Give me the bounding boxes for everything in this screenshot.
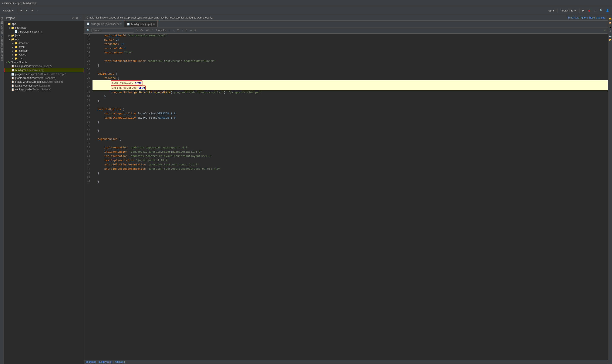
tree-item-gradle-wrapper[interactable]: 📋 gradle-wrapper.properties (Gradle Vers…	[4, 80, 84, 84]
panel-sync-btn[interactable]: ⟳	[71, 16, 74, 20]
run-btn[interactable]: ▶	[581, 8, 586, 13]
panel-title: Project	[6, 17, 15, 20]
line-num-21: 21	[84, 80, 92, 85]
tab-close-1[interactable]: ✕	[120, 23, 122, 25]
breadcrumb-bar: android{} › buildTypes{} › release{}	[84, 360, 608, 364]
panel-minus-btn[interactable]: −	[79, 16, 82, 20]
toolbar-sep-3	[579, 9, 579, 13]
search-layout-btn[interactable]: ≡	[189, 28, 193, 32]
tab-build-gradle-exercise02[interactable]: 📄 build.gradle (exercise02) ✕	[84, 21, 124, 27]
search-btn[interactable]: 🔍	[599, 8, 604, 13]
sync-now-link[interactable]: Sync Now	[568, 16, 579, 19]
emulator-icon[interactable]: 💻	[608, 33, 612, 37]
search-find-all-btn[interactable]: ☐	[176, 28, 180, 32]
tree-label-suffix-proguard: (ProGuard Rules for ':app')	[36, 73, 66, 76]
tree-arrow: ▶	[12, 57, 14, 60]
device-manager-icon[interactable]: 📱	[608, 25, 612, 29]
tree-label-gradle-properties: gradle.properties	[15, 77, 34, 79]
tree-item-drawable[interactable]: ▶ 📁 drawable	[4, 41, 84, 45]
toolbar: Android ▼ ⟳ ⊟ ⚙ − app ▼ Pixel API 31 ▼ ▶…	[0, 6, 612, 15]
tree-item-gradle-properties[interactable]: 📋 gradle.properties (Project Properties)	[4, 76, 84, 80]
line-content-35	[97, 141, 608, 146]
user-btn[interactable]: 👤	[605, 8, 610, 13]
search-refresh-btn[interactable]: ⟳	[135, 28, 139, 32]
search-prev-btn[interactable]: ↑	[168, 28, 171, 32]
tree-item-androidmanifest[interactable]: 📄 AndroidManifest.xml	[4, 30, 84, 34]
tree-item-gradle-scripts[interactable]: ▼ ⚙ Gradle Scripts	[4, 60, 84, 64]
tree-item-layout[interactable]: ▶ 📁 layout	[4, 45, 84, 49]
file-tree: ▼ 📁 app ▼ 📁 manifests 📄 AndroidManifest.…	[4, 21, 84, 364]
tree-item-values[interactable]: ▶ 📁 values	[4, 53, 84, 57]
tree-item-settings-gradle[interactable]: 📋 settings.gradle (Project Settings)	[4, 88, 84, 91]
code-line-14: 14 versionName "1.0"	[84, 51, 608, 55]
tree-item-res[interactable]: ▼ 📁 res	[4, 38, 84, 41]
tree-item-local-properties[interactable]: 📋 local.properties (SDK Location)	[4, 84, 84, 88]
search-regex-btn[interactable]: .*	[150, 28, 154, 32]
device-dropdown[interactable]: Pixel API 31 ▼	[560, 9, 578, 13]
code-editor[interactable]: 10 applicationId "com.example.exercise02…	[84, 34, 608, 360]
tree-label-drawable: drawable	[18, 42, 29, 45]
search-replace-btn[interactable]: ↕	[181, 28, 184, 32]
tree-item-manifests[interactable]: ▼ 📁 manifests	[4, 26, 84, 30]
search-next-btn[interactable]: ↓	[172, 28, 175, 32]
more-actions-btn[interactable]: ⋯	[593, 8, 598, 13]
tree-arrow: ▼	[5, 23, 8, 25]
device-file-explorer-icon[interactable]: 📂	[608, 38, 612, 41]
tree-label-settings-gradle: settings.gradle	[15, 88, 32, 91]
line-num-11: 11	[84, 38, 92, 42]
project-sidebar-icon[interactable]: Project	[0, 17, 4, 25]
tab-build-gradle-app[interactable]: 📄 build.gradle (:app) ✕	[124, 21, 157, 27]
search-word-btn[interactable]: W	[145, 28, 149, 32]
editor-area: Gradle files have changed since last pro…	[84, 15, 608, 364]
line-num-12: 12	[84, 42, 92, 46]
device-dropdown-icon: ▼	[574, 9, 576, 12]
notifications-icon[interactable]: 🔔	[608, 17, 612, 20]
line-gutter-16	[92, 59, 97, 63]
code-line-41: 41 androidTestImplementation 'androidx.t…	[84, 167, 608, 171]
code-line-24: 24 }	[84, 95, 608, 99]
tree-item-build-gradle-app[interactable]: 📋 build.gradle (Module :app)	[4, 68, 84, 72]
minus-btn[interactable]: −	[35, 9, 39, 13]
line-gutter-13	[92, 46, 97, 51]
gradle-file-icon: 📋	[11, 69, 14, 72]
app-dropdown[interactable]: app ▼	[547, 9, 556, 13]
collapse-all-btn[interactable]: ⊟	[24, 8, 29, 13]
tree-item-mipmap[interactable]: ▶ 📁 mipmap	[4, 49, 84, 53]
line-content-21: minifyEnabled true	[97, 80, 608, 85]
gradle-panel-icon[interactable]: ⚙	[608, 29, 612, 33]
gradle-file-icon: 📋	[11, 65, 14, 68]
search-icon-btn[interactable]: 🔍	[86, 28, 91, 32]
panel-header: Project ⟳ ⚙ −	[4, 15, 84, 21]
tree-item-build-gradle-project[interactable]: 📋 build.gradle (Project: exercise02)	[4, 64, 84, 68]
ignore-changes-link[interactable]: Ignore these changes	[581, 16, 605, 19]
panel-icons: ⟳ ⚙ −	[71, 16, 82, 20]
build-variants-sidebar-icon[interactable]: Build Variants	[0, 48, 4, 62]
search-replace-all-btn[interactable]: ⇅	[184, 28, 188, 32]
tree-arrow: ▶	[9, 34, 11, 37]
tree-item-java[interactable]: ▶ 📁 java	[4, 34, 84, 38]
tree-item-app[interactable]: ▼ 📁 app	[4, 22, 84, 26]
breadcrumb-android[interactable]: android{}	[86, 360, 96, 363]
structure-sidebar-icon[interactable]: Structure	[0, 25, 4, 35]
tree-item-proguard[interactable]: 📄 proguard-rules.pro (ProGuard Rules for…	[4, 72, 84, 76]
breadcrumb-release[interactable]: release{}	[115, 360, 125, 363]
breadcrumb-buildtypes[interactable]: buildTypes{}	[98, 360, 112, 363]
panel-gear-btn[interactable]: ⚙	[75, 16, 79, 20]
tab-close-2[interactable]: ✕	[153, 23, 155, 25]
search-input[interactable]	[91, 28, 134, 33]
sync-tree-btn[interactable]: ⟳	[19, 8, 23, 13]
tree-item-xml[interactable]: ▶ 📁 xml	[4, 57, 84, 60]
resource-manager-icon[interactable]: 📦	[608, 21, 612, 25]
android-dropdown[interactable]: Android ▼	[2, 9, 15, 13]
search-case-btn[interactable]: Cc	[140, 28, 144, 32]
debug-btn[interactable]: 🐞	[586, 8, 592, 13]
line-gutter-15	[92, 55, 97, 59]
line-gutter-30	[92, 120, 97, 124]
bookmarks-sidebar-icon[interactable]: Bookmarks	[0, 35, 4, 47]
code-line-35: 35	[84, 141, 608, 146]
line-content-33	[97, 133, 608, 137]
settings-btn[interactable]: ⚙	[30, 8, 34, 13]
line-gutter-33	[92, 133, 97, 137]
search-filter-btn[interactable]: ▽	[193, 28, 197, 32]
file-icon: 📄	[14, 30, 18, 33]
